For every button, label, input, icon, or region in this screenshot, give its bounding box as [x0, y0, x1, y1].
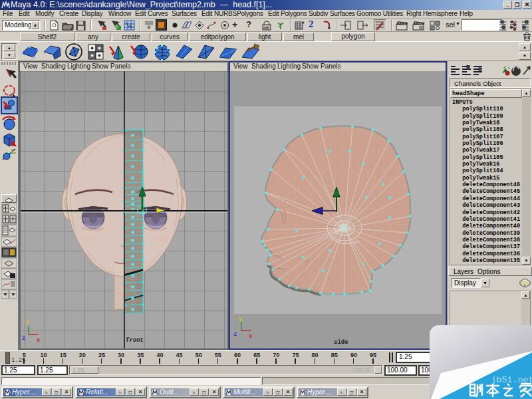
- svg-text:x: x: [249, 333, 253, 340]
- svg-text:Y: Y: [26, 320, 30, 327]
- svg-text:z: z: [22, 335, 25, 342]
- svg-text:x: x: [37, 337, 41, 344]
- svg-text:AB: AB: [263, 26, 269, 30]
- svg-text:y: y: [239, 316, 243, 323]
- svg-text:front: front: [126, 337, 144, 344]
- svg-text:z: z: [233, 331, 237, 338]
- svg-text:side: side: [334, 339, 348, 346]
